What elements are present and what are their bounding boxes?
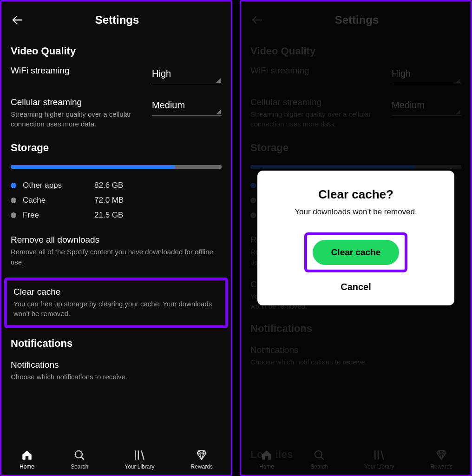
svg-point-1: [75, 451, 82, 458]
clear-cache-dialog: Clear cache? Your downloads won't be rem…: [257, 171, 455, 305]
dot-icon: [11, 212, 16, 218]
storage-bar: [11, 165, 222, 169]
dot-icon: [11, 198, 16, 203]
confirm-button-highlight: Clear cache: [304, 232, 408, 272]
screenshot-left: Settings Video Quality WiFi streaming Hi…: [0, 0, 232, 476]
settings-content: Video Quality WiFi streaming High Cellul…: [1, 36, 231, 475]
storage-bar-used: [11, 165, 175, 169]
nav-home[interactable]: Home: [20, 449, 34, 470]
cellular-streaming-dropdown[interactable]: Medium: [152, 97, 222, 116]
storage-bar-free: [175, 165, 222, 169]
clear-cache-button[interactable]: Clear cache: [313, 240, 400, 265]
row-wifi-streaming[interactable]: WiFi streaming High: [11, 66, 222, 84]
notifications-row[interactable]: Notifications Choose which notifications…: [11, 358, 222, 384]
legend-other-apps: Other apps 82.6 GB: [11, 178, 222, 193]
section-notifications: Notifications: [11, 337, 222, 350]
wifi-streaming-dropdown[interactable]: High: [152, 66, 222, 84]
svg-line-2: [81, 457, 84, 459]
search-icon: [73, 449, 86, 462]
bottom-nav: Home Search Your Library Rewards: [1, 438, 231, 475]
home-icon: [20, 449, 33, 462]
screenshot-right: Settings Video Quality WiFi streaming Hi…: [240, 0, 472, 476]
row-cellular-streaming[interactable]: Cellular streaming Streaming higher qual…: [11, 97, 222, 129]
svg-line-5: [142, 450, 144, 460]
library-icon: [133, 449, 146, 462]
cellular-streaming-sub: Streaming higher quality over a cellular…: [11, 109, 143, 129]
clear-cache-row-highlight: Clear cache You can free up storage by c…: [4, 278, 228, 329]
remove-all-downloads[interactable]: Remove all downloads Remove all of the S…: [11, 233, 222, 269]
storage-legend: Other apps 82.6 GB Cache 72.0 MB Free 21…: [11, 178, 222, 223]
section-storage: Storage: [11, 142, 222, 154]
dot-icon: [11, 183, 16, 188]
cellular-streaming-label: Cellular streaming: [11, 97, 143, 107]
nav-search[interactable]: Search: [71, 449, 88, 470]
section-video-quality: Video Quality: [11, 45, 222, 57]
wifi-streaming-label: WiFi streaming: [11, 66, 143, 76]
dialog-overlay[interactable]: Clear cache? Your downloads won't be rem…: [241, 1, 471, 475]
nav-rewards[interactable]: Rewards: [191, 449, 213, 470]
legend-free: Free 21.5 GB: [11, 208, 222, 223]
header: Settings: [1, 1, 231, 36]
legend-cache: Cache 72.0 MB: [11, 193, 222, 208]
clear-cache-row[interactable]: Clear cache You can free up storage by c…: [13, 287, 219, 319]
nav-library[interactable]: Your Library: [125, 449, 154, 470]
dialog-title: Clear cache?: [269, 187, 444, 202]
page-title: Settings: [13, 13, 222, 26]
diamond-icon: [195, 449, 208, 462]
dialog-message: Your downloads won't be removed.: [269, 207, 444, 217]
cancel-button[interactable]: Cancel: [341, 282, 371, 292]
